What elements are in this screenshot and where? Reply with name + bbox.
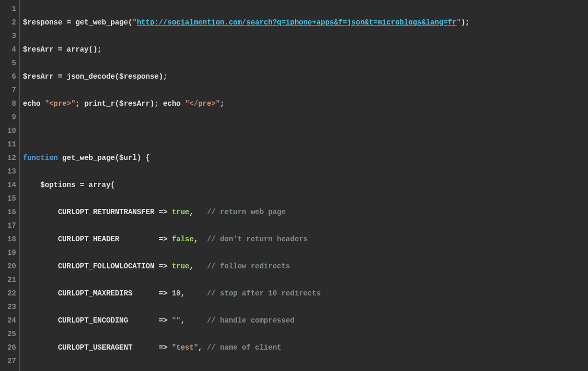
code-text: CURLOPT_USERAGENT =>	[58, 343, 172, 352]
code-text: $response = get_web_page(	[23, 18, 132, 27]
code-line-7[interactable]: $options = array(	[23, 178, 588, 192]
line-number: 27	[0, 354, 16, 368]
line-number: 7	[0, 83, 16, 97]
code-line-1[interactable]: $response = get_web_page("http://socialm…	[23, 16, 588, 29]
line-number: 17	[0, 219, 16, 232]
line-number: 11	[0, 138, 16, 151]
line-number: 6	[0, 70, 16, 83]
comment: // follow redirects	[207, 262, 290, 270]
bool-literal: false	[172, 235, 194, 243]
code-line-13[interactable]: CURLOPT_USERAGENT => "test", // name of …	[23, 341, 588, 354]
indent	[23, 289, 58, 298]
code-text: CURLOPT_MAXREDIRS =>	[58, 289, 172, 298]
code-text: ,	[198, 343, 207, 352]
line-number: 9	[0, 110, 16, 124]
indent	[23, 235, 58, 243]
comment: // name of client	[207, 343, 281, 352]
code-text: ,	[194, 235, 207, 243]
code-text: CURLOPT_RETURNTRANSFER =>	[58, 208, 172, 216]
line-number: 5	[0, 56, 16, 70]
line-number: 21	[0, 273, 16, 287]
string-quote: "	[457, 18, 461, 27]
line-number: 20	[0, 259, 16, 273]
code-text: $resArr = json_decode($response);	[23, 72, 167, 81]
code-text: CURLOPT_HEADER =>	[58, 235, 172, 243]
code-text: ,	[189, 208, 207, 216]
code-line-9[interactable]: CURLOPT_HEADER => false, // don't return…	[23, 232, 588, 246]
code-text: );	[461, 18, 470, 27]
code-text: $resArr = array();	[23, 45, 102, 54]
code-line-2[interactable]: $resArr = array();	[23, 43, 588, 56]
code-text: echo	[23, 100, 45, 108]
indent	[23, 262, 58, 270]
url-literal: http://socialmention.com/search?q=iphone…	[137, 18, 456, 27]
indent	[23, 208, 58, 216]
code-text: CURLOPT_ENCODING =>	[58, 316, 172, 325]
code-line-4[interactable]: echo "<pre>"; print_r($resArr); echo "</…	[23, 97, 588, 110]
code-line-10[interactable]: CURLOPT_FOLLOWLOCATION => true, // follo…	[23, 259, 588, 273]
string-literal: "<pre>"	[45, 100, 76, 108]
comment: // return web page	[207, 208, 286, 216]
comment: // handle compressed	[207, 316, 295, 325]
line-number: 25	[0, 327, 16, 341]
comment: // stop after 10 redirects	[207, 289, 321, 298]
code-line-8[interactable]: CURLOPT_RETURNTRANSFER => true, // retur…	[23, 205, 588, 219]
string-literal: "test"	[172, 343, 198, 352]
line-number: 15	[0, 192, 16, 205]
bool-literal: true	[172, 208, 190, 216]
keyword: function	[23, 154, 58, 162]
code-text: ,	[180, 289, 206, 298]
code-line-3[interactable]: $resArr = json_decode($response);	[23, 70, 588, 83]
code-line-6[interactable]: function get_web_page($url) {	[23, 151, 588, 165]
comment: // don't return headers	[207, 235, 308, 243]
line-gutter: 1 2 3 4 5 6 7 8 9 10 11 12 13 14 15 16 1…	[0, 0, 20, 371]
code-text: ;	[220, 100, 224, 108]
number-literal: 10	[172, 289, 181, 298]
code-text: $options = array(	[23, 181, 115, 189]
line-number: 13	[0, 165, 16, 178]
line-number: 26	[0, 341, 16, 354]
line-number: 4	[0, 43, 16, 56]
line-number: 23	[0, 300, 16, 314]
code-text: ,	[189, 262, 207, 270]
code-text: CURLOPT_FOLLOWLOCATION =>	[58, 262, 172, 270]
string-literal: "</pre>"	[185, 100, 220, 108]
line-number: 3	[0, 29, 16, 43]
code-line-5[interactable]	[23, 124, 588, 138]
line-number: 1	[0, 2, 16, 16]
code-line-12[interactable]: CURLOPT_ENCODING => "", // handle compre…	[23, 314, 588, 327]
line-number: 10	[0, 124, 16, 138]
line-number: 24	[0, 314, 16, 327]
line-number: 14	[0, 178, 16, 192]
code-area[interactable]: $response = get_web_page("http://socialm…	[20, 0, 588, 371]
code-text: ; print_r($resArr); echo	[76, 100, 185, 108]
code-text: ,	[180, 316, 206, 325]
code-line-14[interactable]: CURLOPT_AUTOREFERER => true, // set refe…	[23, 368, 588, 371]
line-number: 18	[0, 232, 16, 246]
line-number: 19	[0, 246, 16, 259]
line-number: 8	[0, 97, 16, 110]
line-number: 16	[0, 205, 16, 219]
code-editor: 1 2 3 4 5 6 7 8 9 10 11 12 13 14 15 16 1…	[0, 0, 588, 371]
string-literal: ""	[172, 316, 181, 325]
line-number: 12	[0, 151, 16, 165]
code-text: get_web_page($url) {	[58, 154, 150, 162]
code-line-11[interactable]: CURLOPT_MAXREDIRS => 10, // stop after 1…	[23, 287, 588, 300]
indent	[23, 343, 58, 352]
bool-literal: true	[172, 262, 190, 270]
line-number: 22	[0, 287, 16, 300]
line-number: 2	[0, 16, 16, 29]
indent	[23, 316, 58, 325]
